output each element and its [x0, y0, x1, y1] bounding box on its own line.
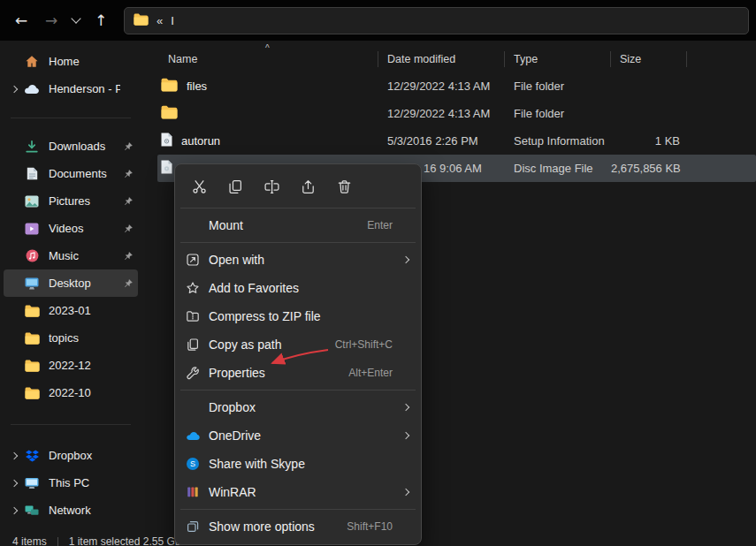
menu-separator — [180, 509, 416, 510]
selection-summary: 1 item selected 2.55 GB — [69, 535, 182, 546]
pin-icon — [120, 278, 136, 288]
file-date-modified: 12/29/2022 4:13 AM — [378, 107, 505, 120]
submenu-chevron-icon — [393, 433, 409, 438]
sidebar-item-label: This PC — [49, 476, 120, 489]
menu-item-compress-to-zip[interactable]: Compress to ZIP file — [179, 302, 417, 330]
menu-item-add-to-favorites[interactable]: Add to Favorites — [179, 274, 417, 302]
sidebar-separator — [0, 102, 141, 133]
back-button[interactable]: ← — [7, 6, 35, 34]
menu-shortcut: Ctrl+Shift+C — [335, 338, 393, 351]
network-icon — [23, 504, 41, 517]
recent-locations-button[interactable] — [67, 6, 85, 34]
menu-item-open-with[interactable]: Open with — [179, 246, 417, 274]
menu-item-properties[interactable]: Properties Alt+Enter — [179, 359, 417, 387]
sidebar-item-label: topics — [49, 331, 120, 345]
forward-button[interactable]: → — [37, 6, 65, 34]
navigation-toolbar: ← → ↑ « I — [0, 0, 756, 41]
sidebar-item-label: Home — [49, 55, 120, 68]
menu-shortcut: Shift+F10 — [347, 520, 393, 533]
sidebar-item-topics[interactable]: topics — [4, 324, 138, 352]
menu-item-label: Dropbox — [209, 400, 393, 414]
folder-icon — [161, 105, 178, 122]
sidebar-item-label: Dropbox — [49, 449, 120, 462]
menu-shortcut: Alt+Enter — [348, 367, 393, 379]
navigation-pane: Home Henderson - Personal Downloads Docu… — [0, 41, 141, 546]
sidebar-item-documents[interactable]: Documents — [4, 160, 138, 187]
menu-item-label: Properties — [209, 366, 348, 380]
sidebar-item-2022-12[interactable]: 2022-12 — [4, 352, 138, 379]
sidebar-item-onedrive-personal[interactable]: Henderson - Personal — [4, 75, 138, 102]
more-options-icon — [186, 519, 209, 534]
open-with-icon — [186, 253, 209, 267]
file-row[interactable]: autorun 5/3/2016 2:26 PM Setup Informati… — [157, 127, 756, 155]
file-row[interactable]: 12/29/2022 4:13 AM File folder — [157, 100, 756, 127]
star-icon — [186, 281, 209, 295]
sidebar-item-2023-01[interactable]: 2023-01 — [4, 297, 138, 324]
sidebar-item-videos[interactable]: Videos — [4, 215, 138, 242]
menu-separator — [180, 242, 416, 243]
menu-item-label: Show more options — [209, 519, 347, 534]
file-type: File folder — [505, 80, 611, 93]
sidebar-item-network[interactable]: Network — [4, 497, 138, 524]
breadcrumb-collapse[interactable]: « — [157, 14, 163, 27]
submenu-chevron-icon — [393, 405, 409, 410]
file-type: Disc Image File — [505, 162, 611, 175]
menu-separator — [180, 208, 416, 209]
disc-image-file-icon — [161, 160, 172, 177]
address-bar[interactable]: « I — [124, 7, 749, 34]
pictures-icon — [23, 195, 41, 208]
menu-item-label: Compress to ZIP file — [209, 309, 393, 323]
sidebar-item-label: Downloads — [49, 140, 120, 153]
share-icon[interactable] — [293, 172, 323, 201]
column-header-type[interactable]: Type — [505, 51, 611, 67]
column-header-name[interactable]: Name — [157, 51, 378, 67]
sidebar-item-label: 2023-01 — [49, 304, 120, 317]
file-date-modified: 12/29/2022 4:13 AM — [378, 80, 505, 93]
column-header-date-modified[interactable]: Date modified — [378, 51, 505, 67]
sidebar-item-home[interactable]: Home — [4, 48, 138, 75]
sidebar-item-2022-10[interactable]: 2022-10 — [4, 379, 138, 406]
copy-icon[interactable] — [220, 172, 250, 201]
chevron-right-icon[interactable] — [5, 453, 23, 459]
menu-item-show-more-options[interactable]: Show more options Shift+F10 — [179, 512, 417, 541]
videos-icon — [23, 223, 41, 235]
menu-item-onedrive[interactable]: OneDrive — [179, 421, 417, 450]
chevron-right-icon[interactable] — [5, 87, 23, 92]
chevron-right-icon[interactable] — [5, 481, 23, 486]
pin-icon — [120, 224, 136, 233]
chevron-right-icon[interactable] — [5, 508, 23, 513]
up-button[interactable]: ↑ — [87, 6, 115, 34]
menu-item-mount[interactable]: Mount Enter — [179, 211, 417, 239]
sort-ascending-icon: ^ — [265, 43, 270, 53]
sidebar-item-label: Henderson - Personal — [49, 82, 120, 95]
quick-actions-row — [179, 168, 417, 205]
column-header-size[interactable]: Size — [611, 51, 687, 67]
sidebar-item-downloads[interactable]: Downloads — [4, 133, 138, 160]
menu-item-winrar[interactable]: WinRAR — [179, 478, 417, 506]
this-pc-icon — [23, 477, 41, 489]
menu-item-copy-as-path[interactable]: Copy as path Ctrl+Shift+C — [179, 330, 417, 359]
menu-item-dropbox[interactable]: Dropbox — [179, 393, 417, 421]
cut-icon[interactable] — [184, 172, 214, 201]
folder-icon — [23, 305, 41, 317]
file-explorer-window: ← → ↑ « I Home Henderson - Personal — [0, 0, 756, 546]
file-row[interactable]: files 12/29/2022 4:13 AM File folder — [157, 72, 756, 100]
pin-icon — [120, 251, 136, 261]
pin-icon — [120, 141, 136, 151]
sidebar-item-music[interactable]: Music — [4, 242, 138, 269]
menu-item-share-with-skype[interactable]: S Share with Skype — [179, 450, 417, 478]
sidebar-item-desktop[interactable]: Desktop — [4, 269, 138, 297]
file-type: File folder — [505, 107, 611, 120]
sidebar-item-pictures[interactable]: Pictures — [4, 187, 138, 215]
menu-item-label: Open with — [209, 253, 393, 267]
sidebar-item-this-pc[interactable]: This PC — [4, 469, 138, 497]
delete-icon[interactable] — [329, 172, 359, 201]
submenu-chevron-icon — [393, 257, 409, 262]
file-date-modified: 5/3/2016 2:26 PM — [378, 134, 505, 148]
menu-item-label: Share with Skype — [209, 457, 393, 471]
dropbox-icon — [23, 450, 41, 462]
menu-item-label: WinRAR — [209, 485, 393, 499]
rename-icon[interactable] — [256, 172, 286, 201]
sidebar-item-label: Desktop — [49, 277, 120, 290]
sidebar-item-dropbox[interactable]: Dropbox — [4, 442, 138, 469]
